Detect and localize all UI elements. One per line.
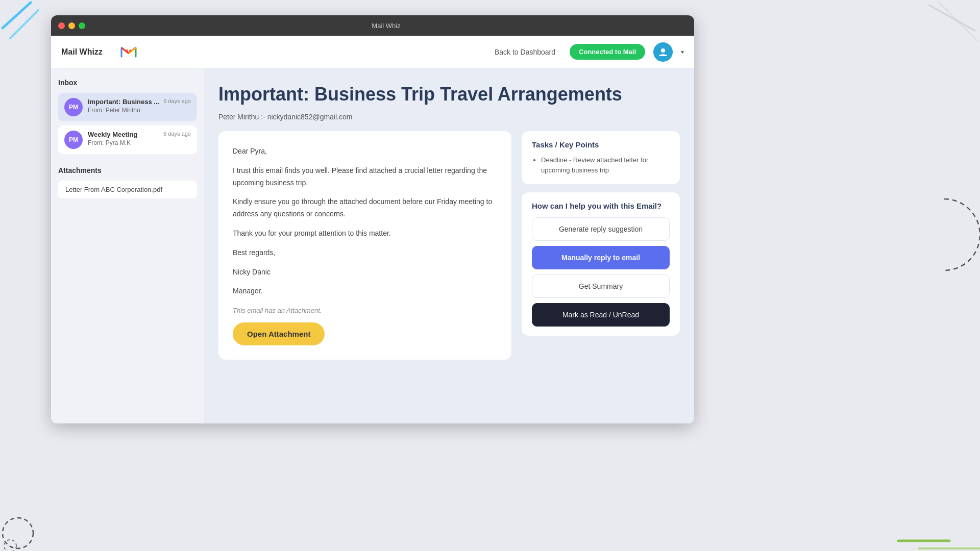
ai-help-card: How can I help you with this Email? Gene… [522, 192, 680, 336]
app-header: Mail Whizz M Back to Dashboard Connect [51, 36, 694, 68]
svg-point-5 [4, 540, 16, 551]
right-panel: Tasks / Key Points Deadline - Review att… [522, 131, 680, 360]
email-item-2[interactable]: PM Weekly Meeting 6 days ago From: Pyra … [58, 126, 197, 154]
gmail-icon: M [119, 43, 138, 61]
ai-help-title: How can I help you with this Email? [532, 202, 670, 210]
main-window: Mail Whiz Mail Whizz M [51, 15, 694, 423]
brand-name: Mail Whizz [61, 47, 103, 57]
avatar-inner [653, 42, 673, 62]
email-item-top-1: Important: Business ... 6 days ago [88, 98, 191, 106]
maximize-button[interactable] [79, 22, 85, 29]
connected-mail-button[interactable]: Connected to Mail [570, 44, 645, 60]
svg-line-1 [10, 10, 38, 38]
deco-bottom-right [898, 510, 980, 551]
get-summary-button[interactable]: Get Summary [532, 274, 670, 298]
email-body-p2: Kindly ensure you go through the attache… [233, 196, 497, 220]
dropdown-arrow-icon[interactable]: ▾ [681, 48, 684, 56]
email-body-text: Dear Pyra, I trust this email finds you … [233, 145, 497, 297]
email-subject-2: Weekly Meeting [88, 131, 137, 138]
email-avatar-2: PM [64, 131, 83, 149]
email-item-top-2: Weekly Meeting 6 days ago [88, 131, 191, 138]
mark-read-unread-button[interactable]: Mark as Read / UnRead [532, 303, 670, 327]
main-content: Important: Business Trip Travel Arrangem… [204, 68, 694, 423]
back-dashboard-button[interactable]: Back to Dashboard [488, 45, 561, 59]
window-title: Mail Whiz [85, 22, 687, 30]
email-body-p5: Nicky Danic [233, 266, 497, 279]
open-attachment-button[interactable]: Open Attachment [233, 322, 325, 345]
email-body-p1: I trust this email finds you well. Pleas… [233, 165, 497, 189]
inbox-label: Inbox [58, 79, 197, 87]
svg-point-4 [3, 518, 33, 548]
avatar-button[interactable] [653, 42, 673, 62]
attachment-item-1[interactable]: Letter From ABC Corporation.pdf [58, 181, 197, 198]
task-item-text-1: Deadline - Review attached letter for up… [541, 156, 648, 174]
attachments-section: Attachments Letter From ABC Corporation.… [58, 166, 197, 198]
email-greeting: Dear Pyra, [233, 145, 497, 158]
deco-right-circle [903, 194, 954, 286]
close-button[interactable] [58, 22, 65, 29]
email-body-p6: Manager. [233, 285, 497, 297]
email-item-content-2: Weekly Meeting 6 days ago From: Pyra M.K [88, 131, 191, 146]
tasks-title: Tasks / Key Points [532, 140, 670, 149]
email-item-1[interactable]: PM Important: Business ... 6 days ago Fr… [58, 93, 197, 121]
manually-reply-button[interactable]: Manually reply to email [532, 246, 670, 269]
sidebar: Inbox PM Important: Business ... 6 days … [51, 68, 204, 423]
deco-top-right [919, 0, 980, 61]
brand-divider [111, 44, 111, 60]
email-subject-1: Important: Business ... [88, 98, 159, 106]
email-time-2: 6 days ago [163, 131, 191, 137]
app-brand: Mail Whizz M [61, 43, 138, 61]
deco-bottom-left [0, 490, 61, 551]
tasks-card: Tasks / Key Points Deadline - Review att… [522, 131, 680, 184]
attachments-label: Attachments [58, 166, 197, 174]
email-from-line: Peter Mirithu :- nickydanic852@gmail.com [218, 113, 680, 121]
task-item-1: Deadline - Review attached letter for up… [541, 155, 670, 175]
tasks-list: Deadline - Review attached letter for up… [532, 155, 670, 175]
attachment-note: This email has an Attachment. [233, 307, 497, 314]
traffic-lights [58, 22, 85, 29]
user-icon [657, 46, 669, 58]
svg-line-2 [929, 5, 975, 31]
svg-line-0 [3, 3, 31, 28]
email-body-p3: Thank you for your prompt attention to t… [233, 228, 497, 240]
email-body-card: Dear Pyra, I trust this email finds you … [218, 131, 511, 360]
email-from-2: From: Pyra M.K [88, 139, 191, 146]
generate-reply-button[interactable]: Generate reply suggestion [532, 217, 670, 241]
svg-point-10 [661, 48, 665, 53]
svg-line-3 [939, 3, 977, 41]
email-body-area: Dear Pyra, I trust this email finds you … [218, 131, 680, 360]
minimize-button[interactable] [68, 22, 75, 29]
app-body: Inbox PM Important: Business ... 6 days … [51, 68, 694, 423]
email-body-p4: Best regards, [233, 247, 497, 259]
email-item-content-1: Important: Business ... 6 days ago From:… [88, 98, 191, 114]
email-time-1: 6 days ago [163, 98, 191, 104]
email-subject-title: Important: Business Trip Travel Arrangem… [218, 83, 680, 106]
email-avatar-1: PM [64, 98, 83, 116]
email-from-1: From: Peter Mirithu [88, 107, 191, 114]
titlebar: Mail Whiz [51, 15, 694, 36]
deco-top-left [0, 0, 41, 41]
